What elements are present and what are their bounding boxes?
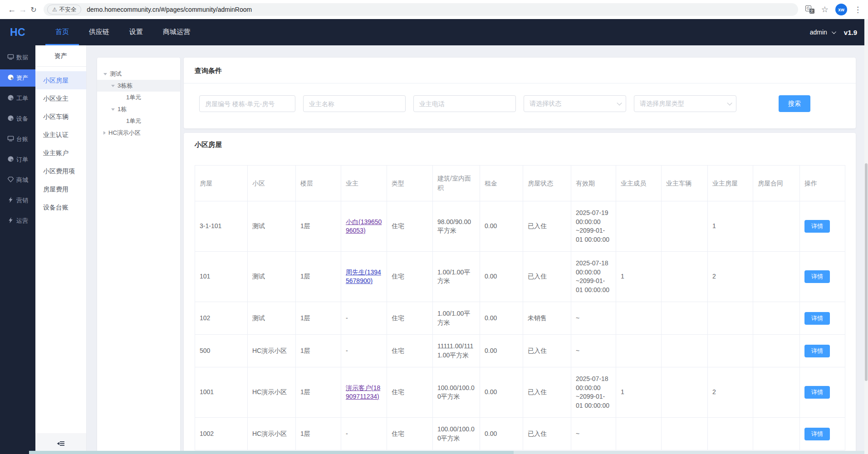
navbar-tab[interactable]: 商城运营	[153, 19, 200, 45]
rail-item-label: 订单	[16, 156, 28, 164]
user-menu[interactable]: admin	[810, 29, 827, 36]
cell-type: 住宅	[387, 335, 433, 367]
tree-node[interactable]: 1单元	[97, 92, 180, 103]
submenu-item[interactable]: 业主认证	[35, 126, 86, 144]
table-row: 101测试1层周先生(13945678900)住宅1.00/1.00平方米0.0…	[195, 252, 845, 302]
rail-item[interactable]: 数据	[0, 49, 35, 66]
submenu-item[interactable]: 小区费用项	[35, 162, 86, 180]
translate-wen: 文	[809, 9, 814, 14]
tree-node[interactable]: 1栋	[97, 103, 180, 115]
tree-node[interactable]: HC演示小区	[97, 127, 180, 139]
cell-vehicles	[662, 418, 708, 450]
cell-members	[616, 335, 662, 367]
owner-link[interactable]: 小白(13965096053)	[346, 218, 382, 234]
tree-node[interactable]: 测试	[97, 68, 180, 80]
navbar-tab[interactable]: 设置	[119, 19, 153, 45]
submenu-item[interactable]: 小区业主	[35, 89, 86, 107]
search-button[interactable]: 搜索	[779, 95, 810, 112]
cell-rent: 0.00	[480, 335, 523, 367]
vertical-scrollbar-thumb[interactable]	[865, 163, 868, 381]
submenu-item[interactable]: 业主账户	[35, 144, 86, 162]
column-header: 有效期	[571, 166, 616, 201]
rail-item[interactable]: 营销	[0, 192, 35, 209]
rail-item[interactable]: 设备	[0, 110, 35, 127]
table-row: 1002HC演示小区1层-住宅100.00/100.00平方米0.00已入住~详…	[195, 418, 845, 450]
tree-arrow-icon[interactable]	[103, 73, 107, 75]
back-icon[interactable]: ←	[6, 5, 17, 15]
cell-vehicles	[662, 335, 708, 367]
cell-action: 详情	[800, 418, 845, 450]
cell-status: 未销售	[523, 302, 571, 335]
table-body: 3-1-101测试1层小白(13965096053)住宅98.00/90.00平…	[195, 201, 845, 450]
cell-community: HC演示小区	[248, 418, 296, 450]
translate-icon[interactable]: G文	[805, 5, 814, 14]
owner-link[interactable]: 周先生(13945678900)	[346, 268, 381, 285]
rail-item[interactable]: 台账	[0, 131, 35, 148]
monitor-icon	[7, 54, 14, 62]
owner-link[interactable]: 演示客户(18909711234)	[346, 384, 380, 400]
globe-icon	[7, 156, 14, 164]
submenu-item[interactable]: 小区车辆	[35, 107, 86, 126]
reload-icon[interactable]: ↻	[28, 5, 39, 14]
rail-item[interactable]: 工单	[0, 90, 35, 107]
tree-node[interactable]: 3栋栋	[97, 80, 180, 92]
select-3[interactable]: 请选择状态	[524, 95, 626, 112]
chevron-down-icon[interactable]	[832, 29, 836, 34]
security-label: 不安全	[59, 6, 77, 14]
table-row: 3-1-101测试1层小白(13965096053)住宅98.00/90.00平…	[195, 201, 845, 252]
tree-node-label: 1单元	[126, 117, 141, 125]
url-bar[interactable]: ⚠ 不安全 demo.homecommunity.cn/#/pages/comm…	[44, 3, 798, 16]
cell-contract	[753, 201, 800, 252]
rail-item[interactable]: 运营	[0, 212, 35, 229]
detail-button[interactable]: 详情	[804, 312, 830, 325]
detail-button[interactable]: 详情	[804, 428, 830, 440]
chevron-down-icon	[727, 100, 732, 105]
forward-icon[interactable]: →	[17, 5, 28, 15]
app-logo[interactable]: HC	[0, 19, 35, 45]
cell-area: 1.00/1.00平方米	[433, 302, 480, 335]
horizontal-scrollbar	[29, 451, 864, 454]
bookmark-star-icon[interactable]: ☆	[821, 5, 829, 15]
submenu-item[interactable]: 设备台账	[35, 198, 86, 216]
detail-button[interactable]: 详情	[804, 270, 830, 283]
rail-item[interactable]: 订单	[0, 151, 35, 168]
search-input-0[interactable]	[199, 95, 295, 112]
cell-community: HC演示小区	[248, 335, 296, 367]
detail-button[interactable]: 详情	[804, 345, 830, 357]
diamond-icon	[7, 176, 14, 184]
rail-item[interactable]: 商城	[0, 171, 35, 189]
submenu-item[interactable]: 房屋费用	[35, 180, 86, 198]
cell-contract	[753, 418, 800, 450]
cell-members	[616, 418, 662, 450]
browser-chrome: ← → ↻ ⚠ 不安全 demo.homecommunity.cn/#/page…	[0, 0, 868, 19]
submenu-item[interactable]: 小区房屋	[35, 71, 86, 89]
search-input-1[interactable]	[303, 95, 406, 112]
tree-arrow-icon[interactable]	[111, 85, 115, 87]
tree-arrow-icon[interactable]	[111, 108, 115, 111]
cell-type: 住宅	[387, 201, 433, 252]
cell-status: 已入住	[523, 252, 571, 302]
cell-rent: 0.00	[480, 418, 523, 450]
profile-avatar[interactable]: xw	[835, 4, 847, 15]
rail-item[interactable]: 资产	[0, 69, 35, 87]
cell-validity: 2025-07-18 00:00:00 ~2099-01-01 00:00:00	[571, 367, 616, 418]
detail-button[interactable]: 详情	[804, 386, 830, 399]
navbar-tab[interactable]: 供应链	[79, 19, 119, 45]
security-chip[interactable]: ⚠ 不安全	[47, 5, 81, 15]
horizontal-scrollbar-thumb[interactable]	[29, 451, 514, 454]
tree-node[interactable]: 1单元	[97, 115, 180, 127]
cell-contract	[753, 252, 800, 302]
cell-houses	[708, 335, 753, 367]
cell-contract	[753, 302, 800, 335]
monitor-icon	[7, 135, 14, 143]
select-placeholder: 请选择房屋类型	[640, 100, 727, 108]
navbar-tab[interactable]: 首页	[45, 19, 79, 45]
search-input-2[interactable]	[413, 95, 516, 112]
cell-house: 102	[195, 302, 248, 335]
rail-item-label: 营销	[16, 196, 28, 205]
detail-button[interactable]: 详情	[804, 220, 830, 233]
tree-node-label: 1单元	[126, 93, 141, 102]
select-4[interactable]: 请选择房屋类型	[634, 95, 736, 112]
tree-arrow-icon[interactable]	[103, 131, 106, 135]
chrome-menu-icon[interactable]: ⋮	[854, 5, 862, 15]
